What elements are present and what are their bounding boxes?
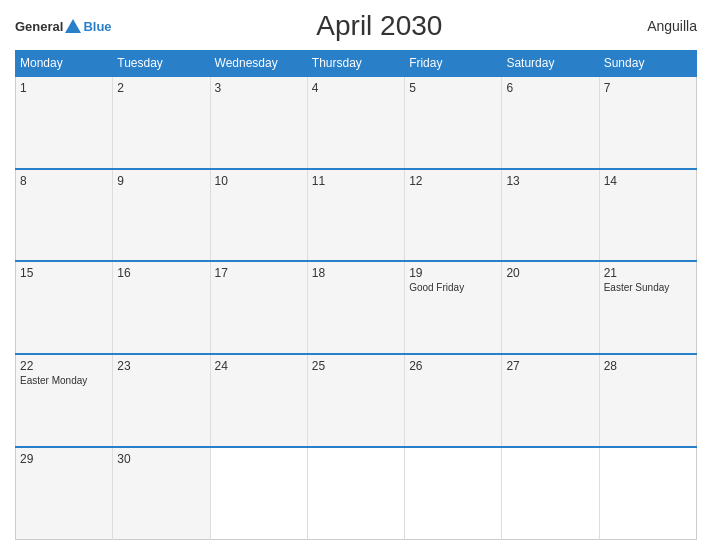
calendar-day-cell: 11 (307, 169, 404, 262)
calendar-day-cell: 9 (113, 169, 210, 262)
day-number: 25 (312, 359, 400, 373)
calendar-day-cell: 17 (210, 261, 307, 354)
month-title: April 2030 (112, 10, 648, 42)
calendar-day-cell: 1 (16, 76, 113, 169)
day-number: 4 (312, 81, 400, 95)
calendar-day-cell: 13 (502, 169, 599, 262)
header: General Blue April 2030 Anguilla (15, 10, 697, 42)
calendar-week-row: 2930 (16, 447, 697, 540)
day-number: 6 (506, 81, 594, 95)
calendar-day-cell: 12 (405, 169, 502, 262)
holiday-label: Good Friday (409, 282, 497, 293)
calendar-table: Monday Tuesday Wednesday Thursday Friday… (15, 50, 697, 540)
day-number: 26 (409, 359, 497, 373)
calendar-day-cell: 7 (599, 76, 696, 169)
calendar-day-cell: 20 (502, 261, 599, 354)
day-number: 1 (20, 81, 108, 95)
col-monday: Monday (16, 51, 113, 77)
day-number: 29 (20, 452, 108, 466)
calendar-day-cell: 16 (113, 261, 210, 354)
calendar-day-cell: 18 (307, 261, 404, 354)
day-number: 2 (117, 81, 205, 95)
page-container: General Blue April 2030 Anguilla Monday … (0, 0, 712, 550)
calendar-day-cell (599, 447, 696, 540)
holiday-label: Easter Sunday (604, 282, 692, 293)
calendar-day-cell: 26 (405, 354, 502, 447)
calendar-day-cell: 2 (113, 76, 210, 169)
calendar-day-cell: 22Easter Monday (16, 354, 113, 447)
day-number: 15 (20, 266, 108, 280)
region-label: Anguilla (647, 18, 697, 34)
calendar-day-cell: 28 (599, 354, 696, 447)
day-number: 21 (604, 266, 692, 280)
day-number: 5 (409, 81, 497, 95)
day-number: 12 (409, 174, 497, 188)
calendar-day-cell: 6 (502, 76, 599, 169)
calendar-day-cell: 24 (210, 354, 307, 447)
day-number: 14 (604, 174, 692, 188)
calendar-week-row: 22Easter Monday232425262728 (16, 354, 697, 447)
holiday-label: Easter Monday (20, 375, 108, 386)
day-number: 7 (604, 81, 692, 95)
day-number: 11 (312, 174, 400, 188)
calendar-day-cell: 29 (16, 447, 113, 540)
day-number: 10 (215, 174, 303, 188)
day-number: 22 (20, 359, 108, 373)
calendar-day-cell (405, 447, 502, 540)
calendar-day-cell: 27 (502, 354, 599, 447)
day-number: 28 (604, 359, 692, 373)
calendar-day-cell: 30 (113, 447, 210, 540)
calendar-day-cell: 21Easter Sunday (599, 261, 696, 354)
day-number: 23 (117, 359, 205, 373)
calendar-day-cell: 15 (16, 261, 113, 354)
calendar-header-row: Monday Tuesday Wednesday Thursday Friday… (16, 51, 697, 77)
calendar-week-row: 891011121314 (16, 169, 697, 262)
calendar-day-cell: 19Good Friday (405, 261, 502, 354)
calendar-day-cell: 23 (113, 354, 210, 447)
calendar-day-cell (210, 447, 307, 540)
logo-triangle-icon (65, 19, 81, 33)
day-number: 20 (506, 266, 594, 280)
col-wednesday: Wednesday (210, 51, 307, 77)
calendar-day-cell: 4 (307, 76, 404, 169)
logo-general-text: General (15, 19, 63, 34)
day-number: 17 (215, 266, 303, 280)
col-sunday: Sunday (599, 51, 696, 77)
calendar-day-cell: 25 (307, 354, 404, 447)
calendar-day-cell: 14 (599, 169, 696, 262)
calendar-day-cell: 8 (16, 169, 113, 262)
col-thursday: Thursday (307, 51, 404, 77)
day-number: 19 (409, 266, 497, 280)
logo: General Blue (15, 19, 112, 34)
col-saturday: Saturday (502, 51, 599, 77)
day-number: 30 (117, 452, 205, 466)
day-number: 24 (215, 359, 303, 373)
calendar-day-cell: 5 (405, 76, 502, 169)
day-number: 27 (506, 359, 594, 373)
day-number: 3 (215, 81, 303, 95)
day-number: 9 (117, 174, 205, 188)
col-friday: Friday (405, 51, 502, 77)
calendar-week-row: 1234567 (16, 76, 697, 169)
calendar-week-row: 1516171819Good Friday2021Easter Sunday (16, 261, 697, 354)
day-number: 8 (20, 174, 108, 188)
day-number: 13 (506, 174, 594, 188)
calendar-day-cell (307, 447, 404, 540)
calendar-day-cell: 10 (210, 169, 307, 262)
calendar-day-cell: 3 (210, 76, 307, 169)
logo-blue-text: Blue (83, 19, 111, 34)
day-number: 18 (312, 266, 400, 280)
calendar-day-cell (502, 447, 599, 540)
col-tuesday: Tuesday (113, 51, 210, 77)
day-number: 16 (117, 266, 205, 280)
